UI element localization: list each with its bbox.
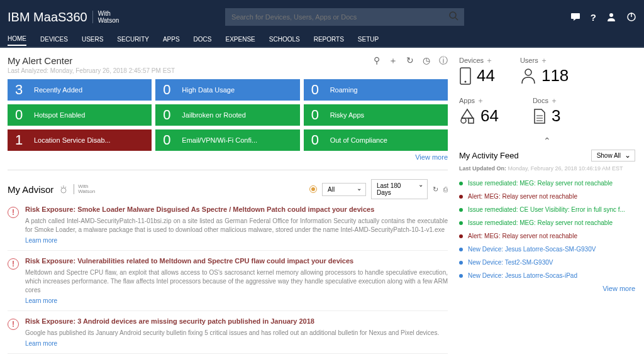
apps-count: 64 <box>480 106 499 126</box>
advisor-item: !Risk Exposure: Vulnerabilities related … <box>8 251 448 311</box>
feed-item[interactable]: Issue remediated: MEG: Relay server not … <box>459 216 635 229</box>
nav-home[interactable]: HOME <box>8 35 26 46</box>
alert-view-more[interactable]: View more <box>8 153 448 161</box>
add-user-icon[interactable]: ＋ <box>540 56 548 65</box>
alert-tile[interactable]: 0Roaming <box>304 79 448 101</box>
add-device-icon[interactable]: ＋ <box>486 56 493 65</box>
alert-tile[interactable]: 0Hotspot Enabled <box>8 104 152 126</box>
header-actions: ? <box>570 12 636 23</box>
feed-item[interactable]: Issue remediated: MEG: Relay server not … <box>459 177 635 190</box>
user-icon[interactable] <box>606 12 616 22</box>
alert-icon: ! <box>8 258 19 270</box>
location-icon[interactable]: ⚲ <box>374 55 380 67</box>
search-icon[interactable] <box>449 11 459 21</box>
status-dot-icon <box>459 195 463 199</box>
activity-updated: Last Updated On: Monday, February 26, 20… <box>459 165 635 172</box>
nav-setup[interactable]: SETUP <box>358 36 379 45</box>
help-alert-icon[interactable]: ⓘ <box>439 55 448 67</box>
app-header: IBM MaaS360 With Watson ? <box>0 0 644 34</box>
add-app-icon[interactable]: ＋ <box>477 96 484 105</box>
history-icon[interactable]: ◷ <box>423 55 430 67</box>
svg-point-11 <box>465 80 467 82</box>
docs-icon <box>533 108 547 124</box>
device-icon <box>459 67 472 85</box>
devices-label: Devices <box>459 57 484 64</box>
nav-schools[interactable]: SCHOOLS <box>269 36 300 45</box>
chat-icon[interactable] <box>570 12 580 22</box>
nav-docs[interactable]: DOCS <box>194 36 212 45</box>
alert-icon: ! <box>8 207 19 218</box>
advisor-item: !Risk Exposure: Smoke Loader Malware Dis… <box>8 199 448 251</box>
nav-devices[interactable]: DEVICES <box>40 36 68 45</box>
activity-feed-list: Issue remediated: MEG: Relay server not … <box>459 177 635 282</box>
alert-tile[interactable]: 0Risky Apps <box>304 104 448 126</box>
nav-expense[interactable]: EXPENSE <box>226 36 255 45</box>
advisor-refresh-icon[interactable]: ↻ <box>433 185 438 194</box>
status-dot-icon <box>459 221 463 225</box>
activity-view-more[interactable]: View more <box>459 285 635 292</box>
alert-tile[interactable]: 0Email/VPN/Wi-Fi Confi... <box>155 129 299 151</box>
watson-icon <box>58 184 69 194</box>
main-nav: HOME DEVICES USERS SECURITY APPS DOCS EX… <box>0 34 644 48</box>
collapse-icon[interactable]: ⌃ <box>459 136 635 146</box>
add-icon[interactable]: ＋ <box>389 55 397 67</box>
alert-grid: 3Recently Added0High Data Usage0Roaming0… <box>8 79 448 151</box>
feed-item[interactable]: New Device: Test2-SM-G930V <box>459 256 635 269</box>
feed-item[interactable]: New Device: Jesus Latorre-Socas-iPad <box>459 269 635 282</box>
alert-center-subtitle: Last Analyzed: Monday, February 26, 2018… <box>8 67 175 74</box>
advisor-heading: Risk Exposure: 3 Android devices are mis… <box>25 317 448 325</box>
activity-title: My Activity Feed <box>459 151 519 160</box>
alert-tile[interactable]: 3Recently Added <box>8 79 152 101</box>
logo-text: IBM MaaS360 <box>8 10 87 25</box>
alert-tile[interactable]: 0High Data Usage <box>155 79 299 101</box>
refresh-icon[interactable]: ↻ <box>406 55 414 67</box>
advisor-type-filter[interactable]: All <box>322 183 366 196</box>
advisor-indicator-icon <box>309 185 317 193</box>
watson-badge: WithWatson <box>74 184 95 194</box>
svg-line-9 <box>65 187 66 189</box>
svg-line-7 <box>61 187 62 189</box>
apps-icon <box>459 108 475 124</box>
advisor-export-icon[interactable]: ⎙ <box>443 185 448 193</box>
logo: IBM MaaS360 With Watson <box>8 10 119 25</box>
add-doc-icon[interactable]: ＋ <box>550 96 558 105</box>
feed-item[interactable]: Alert: MEG: Relay server not reachable <box>459 229 635 243</box>
alert-icon: ! <box>8 319 19 330</box>
devices-count: 44 <box>477 66 495 85</box>
alert-tile[interactable]: 0Jailbroken or Rooted <box>155 104 299 126</box>
alert-tile[interactable]: 1Location Service Disab... <box>8 129 152 151</box>
feed-item[interactable]: Alert: MEG: Relay server not reachable <box>459 190 635 203</box>
feed-item[interactable]: New Device: Jesus Latorre-Socas-SM-G930V <box>459 243 635 256</box>
svg-point-12 <box>525 69 531 75</box>
svg-rect-2 <box>571 13 580 19</box>
users-icon <box>520 67 536 85</box>
status-dot-icon <box>459 208 463 212</box>
learn-more-link[interactable]: Learn more <box>25 297 448 304</box>
svg-point-13 <box>461 118 466 123</box>
advisor-time-filter[interactable]: Last 180 Days <box>371 179 428 199</box>
nav-security[interactable]: SECURITY <box>117 36 149 45</box>
users-count: 118 <box>541 66 569 85</box>
status-dot-icon <box>459 248 463 251</box>
search-input[interactable] <box>225 8 464 26</box>
feed-item[interactable]: Issue remediated: CE User Visibility: Er… <box>459 203 635 216</box>
svg-line-1 <box>455 18 458 20</box>
activity-filter[interactable]: Show All <box>591 150 635 162</box>
status-dot-icon <box>459 261 463 265</box>
alert-center-title: My Alert Center <box>8 55 175 66</box>
status-dot-icon <box>459 234 463 238</box>
nav-reports[interactable]: REPORTS <box>314 36 344 45</box>
alert-tile[interactable]: 0Out of Compliance <box>304 129 448 151</box>
nav-apps[interactable]: APPS <box>163 36 180 45</box>
learn-more-link[interactable]: Learn more <box>25 237 448 244</box>
logo-subtitle: With Watson <box>98 10 119 24</box>
advisor-description: Google has published its January Android… <box>25 329 448 337</box>
power-icon[interactable] <box>626 12 636 22</box>
help-icon[interactable]: ? <box>591 12 596 23</box>
learn-more-link[interactable]: Learn more <box>25 340 448 347</box>
svg-rect-14 <box>469 118 474 123</box>
nav-users[interactable]: USERS <box>82 36 103 45</box>
advisor-description: Meltdown and Spectre CPU flaw, an exploi… <box>25 268 448 295</box>
advisor-description: A patch called Intel-AMD-SecurityPatch-1… <box>25 217 448 234</box>
svg-point-3 <box>609 13 613 17</box>
